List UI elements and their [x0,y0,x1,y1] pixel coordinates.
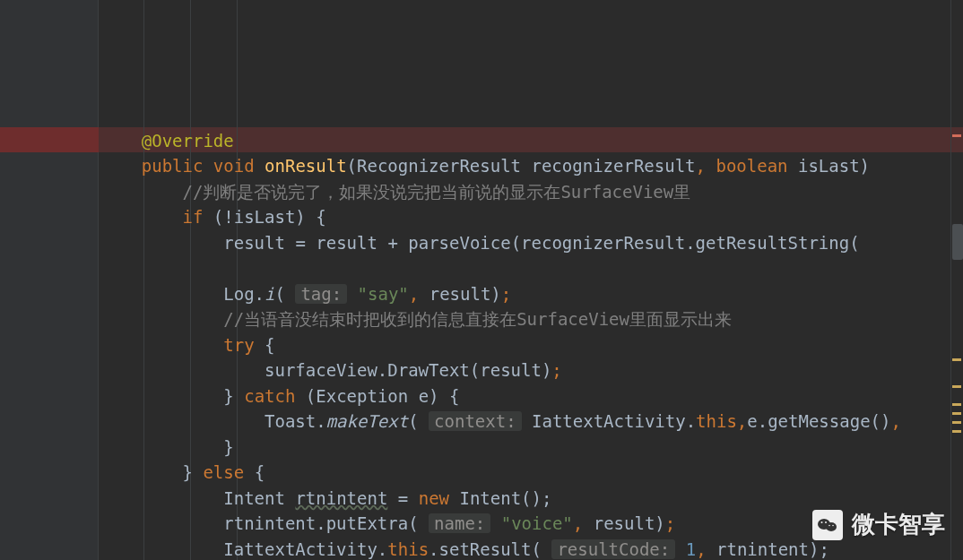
annotation: @Override [142,131,234,151]
svg-point-1 [826,522,837,531]
code-editor[interactable]: @Override public void onResult(Recognize… [0,0,963,560]
code-area[interactable]: @Override public void onResult(Recognize… [99,0,963,560]
code-content: @Override public void onResult(Recognize… [100,128,963,561]
param-hint-name: name: [429,513,490,533]
watermark: 微卡智享 [812,509,945,540]
param-hint-resultcode: resultCode: [551,539,675,559]
svg-point-3 [825,521,827,523]
svg-point-4 [829,524,830,526]
svg-point-5 [832,524,834,526]
watermark-text: 微卡智享 [852,509,945,540]
param-hint-context: context: [429,411,522,431]
wechat-icon [812,510,843,540]
gutter [0,0,99,560]
svg-point-2 [821,521,823,523]
param-hint-tag: tag: [295,284,347,304]
